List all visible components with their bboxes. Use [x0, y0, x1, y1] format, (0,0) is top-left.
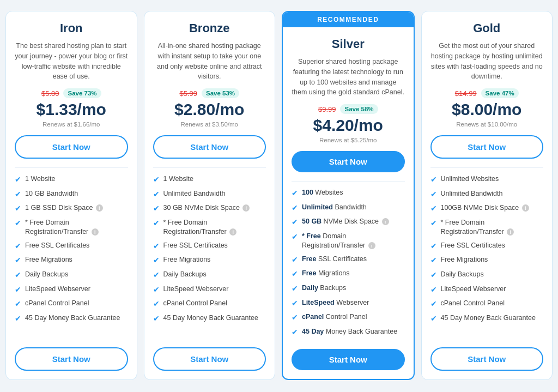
- check-icon-iron-2: ✔: [15, 203, 21, 214]
- feature-text-silver-2: 50 GB NVMe Disk Space i: [302, 217, 405, 227]
- start-btn-bottom-iron[interactable]: Start Now: [15, 347, 128, 371]
- feature-text-gold-1: Unlimited Bandwidth: [441, 189, 544, 199]
- check-icon-bronze-5: ✔: [153, 255, 160, 266]
- current-price-silver: $4.20/mo: [292, 116, 405, 135]
- save-badge-bronze: Save 53%: [202, 88, 239, 98]
- check-icon-iron-3: ✔: [15, 218, 21, 229]
- check-icon-iron-4: ✔: [15, 241, 21, 252]
- check-icon-silver-1: ✔: [292, 203, 298, 214]
- feature-list-gold: ✔ Unlimited Websites ✔ Unlimited Bandwid…: [430, 174, 544, 340]
- start-btn-top-gold[interactable]: Start Now: [430, 135, 544, 159]
- info-icon-gold-2[interactable]: i: [522, 204, 529, 212]
- start-btn-top-iron[interactable]: Start Now: [15, 135, 128, 159]
- feature-item-bronze-3: ✔ * Free Domain Registration/Transfer i: [153, 218, 266, 237]
- info-icon-silver-3[interactable]: i: [368, 242, 375, 249]
- feature-list-silver: ✔ 100 Websites ✔ Unlimited Bandwidth ✔ 5…: [292, 188, 405, 341]
- feature-item-silver-3: ✔ * Free Domain Registration/Transfer i: [292, 232, 405, 251]
- check-icon-gold-5: ✔: [430, 255, 437, 266]
- feature-item-gold-3: ✔ * Free Domain Registration/Transfer i: [430, 218, 544, 237]
- feature-text-iron-0: 1 Website: [25, 174, 128, 184]
- feature-item-iron-4: ✔ Free SSL Certificates: [15, 241, 128, 252]
- plan-desc-silver: Superior shared hosting package featurin…: [292, 57, 405, 98]
- plan-name-silver: Silver: [292, 37, 405, 51]
- start-btn-top-bronze[interactable]: Start Now: [153, 135, 266, 159]
- divider-bronze: [153, 167, 266, 168]
- info-icon-bronze-3[interactable]: i: [229, 228, 236, 236]
- start-btn-bottom-gold[interactable]: Start Now: [430, 347, 544, 371]
- feature-text-gold-5: Free Migrations: [441, 255, 544, 265]
- renews-text-bronze: Renews at $3.50/mo: [153, 121, 266, 128]
- feature-text-gold-2: 100GB NVMe Disk Space i: [441, 203, 544, 213]
- start-btn-top-silver[interactable]: Start Now: [292, 151, 405, 172]
- feature-text-bronze-9: 45 Day Money Back Guarantee: [163, 313, 266, 323]
- info-icon-gold-3[interactable]: i: [507, 228, 514, 236]
- original-price-iron: $5.00: [41, 89, 59, 98]
- plan-name-iron: Iron: [15, 21, 128, 35]
- check-icon-silver-6: ✔: [292, 284, 298, 294]
- feature-text-bronze-2: 30 GB NVMe Disk Space i: [163, 203, 266, 213]
- feature-item-iron-9: ✔ 45 Day Money Back Guarantee: [15, 313, 128, 324]
- bottom-btn-wrap-iron: Start Now: [6, 347, 137, 379]
- feature-item-gold-7: ✔ LiteSpeed Webserver: [430, 285, 544, 295]
- plan-body-bronze: BronzeAll-in-one shared hosting package …: [144, 11, 275, 347]
- renews-text-silver: Renews at $5.25/mo: [292, 137, 405, 143]
- check-icon-iron-0: ✔: [15, 174, 21, 185]
- check-icon-iron-5: ✔: [15, 255, 21, 266]
- check-icon-gold-7: ✔: [430, 285, 437, 295]
- feature-item-bronze-2: ✔ 30 GB NVMe Disk Space i: [153, 203, 266, 214]
- info-icon-iron-3[interactable]: i: [92, 228, 99, 236]
- check-icon-bronze-2: ✔: [153, 203, 160, 214]
- check-icon-bronze-1: ✔: [153, 189, 160, 200]
- feature-item-gold-4: ✔ Free SSL Certificates: [430, 241, 544, 252]
- pricing-row-bronze: $5.99 Save 53%: [153, 88, 266, 98]
- check-icon-bronze-6: ✔: [153, 270, 160, 281]
- feature-item-silver-6: ✔ Daily Backups: [292, 284, 405, 294]
- start-btn-bottom-silver[interactable]: Start Now: [292, 349, 405, 370]
- pricing-row-gold: $14.99 Save 47%: [430, 88, 544, 98]
- plan-card-bronze: BronzeAll-in-one shared hosting package …: [144, 11, 276, 380]
- feature-text-iron-2: 1 GB SSD Disk Space i: [25, 203, 128, 213]
- feature-text-iron-9: 45 Day Money Back Guarantee: [25, 313, 128, 323]
- feature-text-gold-6: Daily Backups: [441, 270, 544, 280]
- check-icon-bronze-9: ✔: [153, 313, 160, 324]
- check-icon-silver-4: ✔: [292, 255, 298, 266]
- feature-text-silver-4: Free SSL Certificates: [302, 255, 405, 264]
- info-icon-silver-2[interactable]: i: [382, 218, 389, 225]
- info-icon-bronze-2[interactable]: i: [242, 204, 250, 212]
- feature-item-bronze-8: ✔ cPanel Control Panel: [153, 299, 266, 310]
- check-icon-bronze-4: ✔: [153, 241, 160, 252]
- feature-item-iron-6: ✔ Daily Backups: [15, 270, 128, 281]
- current-price-bronze: $2.80/mo: [153, 100, 266, 119]
- check-icon-silver-0: ✔: [292, 188, 298, 199]
- feature-item-bronze-9: ✔ 45 Day Money Back Guarantee: [153, 313, 266, 324]
- check-icon-bronze-7: ✔: [153, 285, 160, 295]
- check-icon-gold-8: ✔: [430, 299, 437, 310]
- feature-text-gold-9: 45 Day Money Back Guarantee: [441, 313, 544, 323]
- check-icon-silver-3: ✔: [292, 232, 298, 243]
- plan-desc-gold: Get the most out of your shared hosting …: [430, 41, 544, 82]
- info-icon-iron-2[interactable]: i: [96, 204, 103, 212]
- start-btn-bottom-bronze[interactable]: Start Now: [153, 347, 266, 371]
- save-badge-silver: Save 58%: [340, 104, 378, 114]
- feature-text-silver-6: Daily Backups: [302, 284, 405, 293]
- check-icon-bronze-8: ✔: [153, 299, 160, 310]
- check-icon-iron-9: ✔: [15, 313, 21, 324]
- feature-item-gold-8: ✔ cPanel Control Panel: [430, 299, 544, 310]
- check-icon-bronze-3: ✔: [153, 218, 160, 229]
- feature-item-iron-1: ✔ 10 GB Bandwidth: [15, 189, 128, 200]
- feature-item-iron-2: ✔ 1 GB SSD Disk Space i: [15, 203, 128, 214]
- feature-text-bronze-8: cPanel Control Panel: [163, 299, 266, 309]
- check-icon-iron-6: ✔: [15, 270, 21, 281]
- feature-text-silver-3: * Free Domain Registration/Transfer i: [302, 232, 405, 251]
- check-icon-iron-8: ✔: [15, 299, 21, 310]
- plan-card-iron: IronThe best shared hosting plan to star…: [5, 11, 137, 380]
- feature-text-gold-8: cPanel Control Panel: [441, 299, 544, 309]
- check-icon-bronze-0: ✔: [153, 174, 160, 185]
- feature-text-gold-4: Free SSL Certificates: [441, 241, 544, 251]
- plan-card-silver: RECOMMENDEDSilverSuperior shared hosting…: [282, 11, 415, 380]
- plans-container: IronThe best shared hosting plan to star…: [5, 11, 553, 380]
- feature-text-iron-1: 10 GB Bandwidth: [25, 189, 128, 199]
- divider-iron: [15, 167, 128, 168]
- pricing-row-silver: $9.99 Save 58%: [292, 104, 405, 114]
- bottom-btn-wrap-gold: Start Now: [422, 347, 553, 379]
